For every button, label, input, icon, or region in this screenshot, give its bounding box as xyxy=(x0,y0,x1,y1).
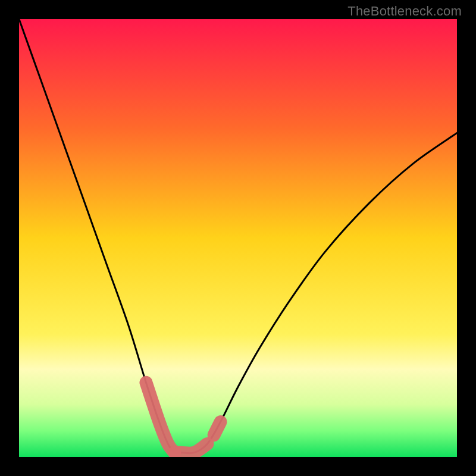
watermark-text: TheBottleneck.com xyxy=(347,4,462,19)
chart-frame: TheBottleneck.com xyxy=(0,0,476,476)
highlight-valley-right xyxy=(214,422,221,435)
gradient-background xyxy=(19,19,457,457)
bottleneck-chart xyxy=(19,19,457,457)
plot-area xyxy=(19,19,457,457)
